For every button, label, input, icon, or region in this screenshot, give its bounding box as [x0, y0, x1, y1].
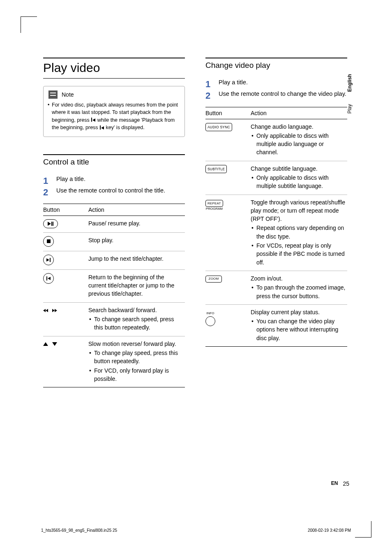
table-row: ZOOM Zoom in/out. To pan through the zoo…: [205, 271, 347, 304]
right-column: Change video play Play a title. Use the …: [205, 58, 347, 387]
action-sub: For VCDs, repeat play is only possible i…: [251, 241, 346, 267]
page-content: English Play Play video Note • For video…: [43, 58, 349, 494]
fastforward-icon: [52, 309, 57, 312]
table-row: SUBTITLE Change subtitle language. Only …: [205, 161, 347, 195]
side-labels: English Play: [347, 74, 353, 114]
table-row: REPEAT PROGRAM Toggle through various re…: [205, 195, 347, 271]
note-box: Note • For video disc, playback always r…: [43, 86, 185, 137]
action-text: Stop play.: [88, 232, 185, 251]
change-step-2: Use the remote control to change the vid…: [205, 90, 347, 99]
action-sub: To pan through the zoomed image, press t…: [251, 283, 346, 300]
action-text: Zoom in/out.: [251, 274, 346, 283]
control-step-2: Use the remote control to control the ti…: [43, 186, 185, 195]
change-steps: Play a title. Use the remote control to …: [205, 78, 347, 99]
action-sub: To change play speed, press this button …: [88, 349, 183, 366]
search-icons: [43, 309, 57, 312]
prev-icon: [91, 116, 95, 124]
th-action: Action: [88, 204, 185, 216]
prev-icon: [43, 273, 54, 284]
prev-icon: [100, 124, 104, 132]
table-row: Search backward/ forward. To change sear…: [43, 302, 185, 336]
action-text: Display current play status.: [251, 308, 346, 316]
print-date: 2008-02-19 3:42:08 PM: [308, 528, 351, 533]
action-text: Change audio language.: [251, 123, 346, 131]
table-row: Slow motion reverse/ forward play. To ch…: [43, 336, 185, 387]
side-section: Play: [347, 104, 353, 114]
action-sub: For VCD, only forward play is possible.: [88, 366, 183, 383]
play-pause-icon: [43, 219, 58, 228]
control-step-1: Play a title.: [43, 175, 185, 184]
subtitle-button-icon: SUBTITLE: [205, 165, 227, 173]
action-sub: Repeat options vary depending on the dis…: [251, 224, 346, 241]
crop-mark-br: [355, 521, 371, 538]
note-icon: [48, 90, 58, 99]
footer-lang: EN: [331, 480, 338, 487]
crop-mark-tl: [21, 16, 37, 33]
th-button: Button: [43, 204, 88, 216]
action-sub: You can change the video play options he…: [251, 317, 346, 342]
action-sub: Only applicable to discs with multiple a…: [251, 132, 346, 157]
updown-icons: [43, 342, 57, 346]
repeat-program-button-icon: REPEAT PROGRAM: [205, 200, 223, 211]
info-button-icon: INFO: [205, 312, 215, 325]
action-text: Return to the beginning of the current t…: [88, 269, 185, 302]
heading-play-video: Play video: [43, 58, 185, 79]
down-icon: [52, 342, 57, 346]
table-row: Jump to the next title/chapter.: [43, 251, 185, 269]
rewind-icon: [43, 309, 48, 312]
action-text: Search backward/ forward.: [88, 306, 183, 314]
action-text: Pause/ resume play.: [88, 216, 185, 232]
table-row: Pause/ resume play.: [43, 216, 185, 232]
page-footer: EN 25: [43, 480, 349, 487]
th-button: Button: [205, 107, 251, 119]
note-text: • For video disc, playback always resume…: [48, 101, 180, 132]
action-text: Slow motion reverse/ forward play.: [88, 340, 183, 348]
stop-icon: [43, 236, 54, 247]
change-step-1: Play a title.: [205, 78, 347, 87]
action-text: Jump to the next title/chapter.: [88, 251, 185, 269]
action-sub: Only applicable to discs with multiple s…: [251, 174, 346, 190]
action-text: Toggle through various repeat/shuffle pl…: [251, 198, 346, 223]
footer-page: 25: [343, 480, 349, 487]
heading-change-video: Change video play: [205, 58, 347, 72]
print-footer: 1_hts3565-69_98_eng5_Final808.in25 25 20…: [41, 528, 351, 533]
action-text: Change subtitle language.: [251, 165, 346, 173]
table-row: Return to the beginning of the current t…: [43, 269, 185, 302]
heading-control-title: Control a title: [43, 154, 185, 169]
th-action: Action: [251, 107, 347, 119]
print-file: 1_hts3565-69_98_eng5_Final808.in25 25: [41, 528, 117, 533]
audio-sync-button-icon: AUDIO SYNC: [205, 123, 232, 131]
next-icon: [43, 255, 54, 265]
table-row: AUDIO SYNC Change audio language. Only a…: [205, 119, 347, 161]
up-icon: [43, 342, 48, 346]
side-language: English: [347, 74, 353, 92]
table-row: Stop play.: [43, 232, 185, 251]
note-label: Note: [62, 90, 74, 99]
table-row: INFO Display current play status. You ca…: [205, 304, 347, 346]
left-column: Play video Note • For video disc, playba…: [43, 58, 185, 387]
zoom-button-icon: ZOOM: [205, 276, 222, 283]
change-table: Button Action AUDIO SYNC Change audio la…: [205, 107, 347, 347]
action-sub: To change search speed, press this butto…: [88, 315, 183, 332]
control-steps: Play a title. Use the remote control to …: [43, 175, 185, 195]
control-table: Button Action Pause/ resume play. Stop p…: [43, 204, 185, 388]
